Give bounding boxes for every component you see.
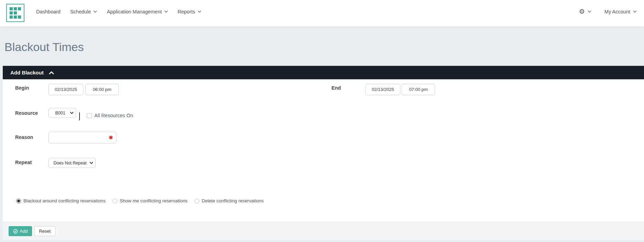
end-time-input[interactable] (402, 84, 435, 95)
logo-square (10, 11, 13, 14)
add-button[interactable]: Add (9, 226, 32, 236)
begin-time-input[interactable] (85, 84, 119, 95)
chevron-down-icon (633, 10, 637, 13)
nav-item-label: Application Management (107, 9, 162, 14)
blackout-form: Begin End Resource B001 All Resources On… (3, 79, 644, 222)
panel-header-title: Add Blackout (10, 70, 44, 75)
chevron-down-icon (198, 10, 201, 13)
logo-square (14, 16, 17, 19)
add-button-label: Add (20, 229, 28, 234)
reset-button[interactable]: Reset (34, 226, 55, 236)
reason-input[interactable] (49, 132, 116, 143)
resource-select-wrap: B001 (49, 108, 76, 118)
logo-square (10, 7, 13, 10)
nav-item-schedule[interactable]: Schedule (70, 9, 97, 14)
settings-menu[interactable]: ⚙ (579, 8, 591, 15)
radio-icon (113, 199, 117, 203)
reset-button-label: Reset (39, 229, 51, 234)
resource-label: Resource (15, 110, 38, 116)
chevron-up-icon (49, 71, 54, 74)
panel-footer: Add Reset (3, 222, 644, 240)
my-account-label: My Account (604, 9, 630, 14)
reason-input-wrap: ✱ (49, 132, 116, 143)
my-account-menu[interactable]: My Account (604, 9, 637, 14)
nav-item-label: Schedule (70, 9, 91, 14)
radio-delete-conflicting[interactable]: Delete conflicting reservations (194, 198, 264, 203)
gear-icon: ⚙ (579, 8, 585, 15)
begin-label: Begin (15, 85, 29, 91)
end-date-input[interactable] (366, 84, 400, 95)
check-circle-icon (13, 229, 18, 234)
end-label: End (331, 85, 341, 91)
separator-pipe (79, 112, 80, 120)
nav-right: ⚙ My Account (579, 8, 637, 15)
conflict-options-row: Blackout around conflicting reservations… (16, 198, 264, 203)
repeat-select-wrap: Does Not Repeat (49, 158, 96, 168)
nav-item-application-management[interactable]: Application Management (107, 9, 168, 14)
chevron-down-icon (164, 10, 168, 13)
nav-item-label: Reports (178, 9, 195, 14)
logo-square (18, 16, 21, 19)
logo-square (14, 7, 17, 10)
radio-label: Show me conflicting reservations (120, 198, 188, 203)
radio-icon (16, 199, 21, 203)
main-menu: Dashboard Schedule Application Managemen… (36, 9, 201, 14)
repeat-label: Repeat (15, 160, 32, 165)
radio-icon (194, 199, 199, 203)
radio-show-me-conflicting[interactable]: Show me conflicting reservations (113, 198, 188, 203)
all-resources-checkbox[interactable] (87, 113, 92, 118)
radio-blackout-around-conflicting[interactable]: Blackout around conflicting reservations (16, 198, 106, 203)
chevron-down-icon (93, 10, 97, 13)
all-resources-label[interactable]: All Resources On (94, 113, 133, 118)
top-nav: Dashboard Schedule Application Managemen… (0, 0, 644, 27)
nav-item-dashboard[interactable]: Dashboard (36, 9, 61, 14)
add-blackout-panel: Add Blackout Begin End Resource B001 All… (3, 66, 644, 240)
page-title: Blackout Times (4, 40, 644, 54)
app-logo[interactable] (6, 4, 24, 22)
reason-label: Reason (15, 134, 33, 140)
logo-square (14, 11, 17, 14)
repeat-select[interactable]: Does Not Repeat (49, 158, 96, 168)
chevron-down-icon (588, 10, 591, 13)
nav-item-reports[interactable]: Reports (178, 9, 201, 14)
radio-label: Blackout around conflicting reservations (23, 198, 106, 203)
panel-header-add-blackout[interactable]: Add Blackout (3, 66, 644, 79)
nav-item-label: Dashboard (36, 9, 61, 14)
begin-date-input[interactable] (49, 84, 83, 95)
radio-label: Delete conflicting reservations (202, 198, 264, 203)
resource-select[interactable]: B001 (49, 108, 76, 118)
logo-square (10, 16, 13, 19)
logo-square (18, 7, 21, 10)
